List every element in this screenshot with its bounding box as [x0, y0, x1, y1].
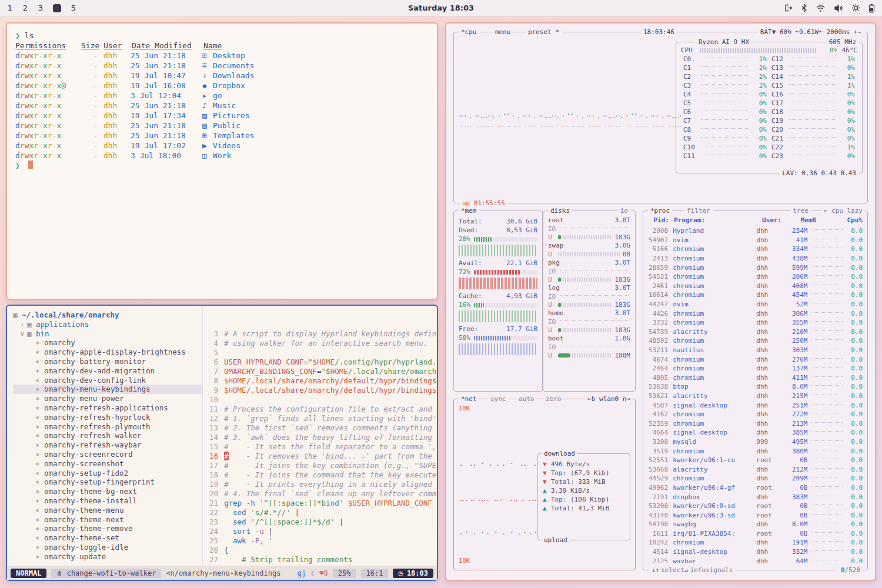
tree-item[interactable]: ∗omarchy-setup-fido2 [13, 469, 202, 478]
tree-item[interactable]: ∗omarchy-refresh-hyprlock [13, 413, 202, 422]
disks-io-toggle[interactable]: io [618, 206, 630, 215]
tree-item[interactable]: ∗omarchy-theme-set [13, 533, 202, 543]
col-program[interactable]: Program: [674, 216, 762, 225]
gear-icon[interactable] [851, 4, 860, 12]
process-row[interactable]: 49962kworker/u96:4-gfroot0B0.0 [648, 483, 863, 493]
process-row[interactable]: 53208kworker/u96:0-sdroot0B0.0 [648, 502, 863, 511]
tree-item[interactable]: ∗omarchy-theme-remove [13, 524, 202, 533]
process-row[interactable]: 4674chromiumdhh276M0.0 [648, 355, 863, 364]
net-box-title[interactable]: *net [459, 395, 479, 403]
process-row[interactable]: 54198swaybgdhh8.0M0.0 [648, 520, 863, 529]
tree-item[interactable]: ∗omarchy-apple-display-brightness [13, 348, 202, 357]
process-row[interactable]: 10242chromiumdhh191M0.0 [648, 538, 863, 547]
process-row[interactable]: 3519chromiumdhh380M0.0 [648, 446, 863, 456]
volume-icon[interactable] [834, 4, 843, 12]
tree-item[interactable]: ∗omarchy-toggle-idle [13, 543, 202, 552]
tree-item[interactable]: ∗omarchy-refresh-applications [13, 403, 202, 413]
logout-icon[interactable] [784, 4, 793, 12]
tree-item[interactable]: ∗omarchy-menu-keybindings [13, 385, 202, 394]
process-row[interactable]: 4162chromiumdhh272M0.0 [648, 410, 863, 419]
proc-footer-select[interactable]: ↓↑select [652, 566, 684, 574]
process-row[interactable]: 53668alacrittydhh212M0.0 [648, 465, 863, 474]
process-row[interactable]: 28659chromiumdhh599M0.0 [648, 263, 863, 272]
tree-item[interactable]: ∗omarchy-setup-fingerprint [13, 477, 202, 487]
tree-item[interactable]: ∗omarchy-refresh-plymouth [13, 422, 202, 432]
net-tab-auto[interactable]: auto [516, 395, 537, 403]
process-row[interactable]: 3208mysqld999495M0.0 [648, 437, 863, 447]
proc-footer-signals[interactable]: signals [706, 566, 733, 574]
tree-item[interactable]: ∗omarchy-battery-monitor [13, 357, 202, 366]
tree-root[interactable]: ▣~/.local/share/omarchy [13, 310, 202, 320]
tree-item[interactable]: ∗omarchy-refresh-walker [13, 431, 202, 440]
proc-footer-info[interactable]: ↵info [684, 566, 706, 574]
tree-item[interactable]: ∗omarchy-refresh-waybar [13, 440, 202, 450]
col-cpu[interactable]: Cpu% [843, 216, 863, 225]
process-row[interactable]: 52551kworker/u96:1-coroot0B0.0 [648, 456, 863, 465]
process-row[interactable]: 2461chromiumdhh408M0.0 [648, 282, 863, 291]
process-row[interactable]: 16614chromiumdhh454M0.0 [648, 290, 863, 300]
tree-folder-bin[interactable]: ∨▣bin [13, 329, 202, 339]
process-row[interactable]: 5166chromiumdhh334M0.0 [648, 245, 863, 254]
proc-filter-button[interactable]: filter [684, 206, 713, 215]
proc-box-title[interactable]: *proc [648, 206, 672, 215]
process-row[interactable]: 2125waybardhh64M0.0 [648, 556, 863, 563]
battery-icon[interactable] [868, 4, 875, 13]
process-row[interactable]: 4514signal-desktopdhh332M0.0 [648, 547, 863, 557]
process-row[interactable]: 3732chromiumdhh355M0.0 [648, 318, 863, 328]
mem-box-title[interactable]: *mem [459, 206, 479, 215]
tree-item[interactable]: ∗omarchy-dev-config-link [13, 376, 202, 385]
process-name: signal-desktop [673, 428, 756, 437]
tree-item[interactable]: ∗omarchy-theme-bg-next [13, 487, 202, 496]
proc-footer-items[interactable]: ↓↑select↵infosignals [652, 566, 733, 574]
process-row[interactable]: 54739alacrittydhh210M0.0 [648, 328, 863, 337]
col-memb[interactable]: MemB [790, 216, 816, 225]
tree-item[interactable]: ∗omarchy-theme-install [13, 496, 202, 506]
tree-item[interactable]: ∗omarchy-theme-menu [13, 506, 202, 515]
col-pid[interactable]: Pid: [648, 216, 674, 225]
process-row[interactable]: 54907nvimdhh41M0.0 [648, 236, 863, 245]
tree-item[interactable]: ∗omarchy [13, 338, 202, 348]
cpu-box-title[interactable]: *cpu [459, 28, 479, 36]
process-row[interactable]: 4805chromiumdhh411M0.0 [648, 373, 863, 383]
process-row[interactable]: 4426chromiumdhh306M0.0 [648, 309, 863, 318]
process-row[interactable]: 2008Hyprlanddhh234M0.0 [648, 226, 863, 236]
proc-sort-column[interactable]: ← cpu lazy [821, 206, 865, 215]
process-row[interactable]: 54531chromiumdhh206M0.0 [648, 272, 863, 282]
process-row[interactable]: 2413chromiumdhh438M0.0 [648, 254, 863, 263]
process-row[interactable]: 43140kworker/u96:3-sdroot0B0.0 [648, 510, 863, 520]
wifi-icon[interactable] [816, 4, 826, 12]
process-row[interactable]: 48592chromiumdhh250M0.0 [648, 336, 863, 346]
process-row[interactable]: 4664signal-desktopdhh385M0.0 [648, 428, 863, 437]
code-pane[interactable]: 3# A script to display Hyprland keybindi… [202, 306, 437, 566]
process-row[interactable]: 53638btopdhh8.0M0.0 [648, 382, 863, 392]
process-row[interactable]: 52359chromiumdhh213M0.0 [648, 419, 863, 428]
tree-item[interactable]: ∗omarchy-theme-next [13, 515, 202, 524]
tree-item[interactable]: ∗omarchy-dev-add-migration [13, 366, 202, 376]
proc-tree-toggle[interactable]: tree [791, 206, 811, 215]
net-tab-sync[interactable]: sync [488, 395, 509, 403]
menu-button[interactable]: menu [493, 28, 513, 36]
tree-item[interactable]: ∗omarchy-update [13, 552, 202, 562]
process-row[interactable]: 53621alacrittydhh215M0.0 [648, 392, 863, 401]
process-row[interactable]: 2464chromiumdhh137M0.0 [648, 364, 863, 373]
process-row[interactable]: 44247nvimdhh52M0.0 [648, 300, 863, 309]
process-row[interactable]: 2191dropboxdhh383M0.0 [648, 492, 863, 502]
preset-button[interactable]: preset * [526, 28, 562, 36]
disks-box-title[interactable]: disks [548, 206, 572, 215]
git-branch[interactable]: ⋔ change-wofi-to-walker [51, 569, 161, 578]
process-row[interactable]: 1611irq/81-PIXA3854:root0B0.0 [648, 529, 863, 539]
process-row[interactable]: 44529chromiumdhh209M0.0 [648, 474, 863, 483]
process-row[interactable]: 53211nautilusdhh303M0.0 [648, 346, 863, 355]
net-interface[interactable]: ←b wlan0 n→ [585, 395, 633, 403]
bluetooth-icon[interactable] [801, 4, 807, 12]
tree-item[interactable]: ∗omarchy-screenshot [13, 459, 202, 469]
core-row: C130% [771, 64, 855, 72]
col-user[interactable]: User: [762, 216, 790, 225]
process-name: chromium [673, 309, 756, 318]
tree-item[interactable]: ∗omarchy-screenrecord [13, 450, 202, 459]
tree-item[interactable]: ∗omarchy-menu-power [13, 394, 202, 403]
terminal-prompt-line[interactable]: ❯ [15, 161, 429, 171]
process-row[interactable]: 4587signal-desktopdhh251M0.0 [648, 400, 863, 410]
net-tab-zero[interactable]: zero [543, 395, 564, 403]
tree-folder-applications[interactable]: ›▣applications [13, 320, 202, 329]
